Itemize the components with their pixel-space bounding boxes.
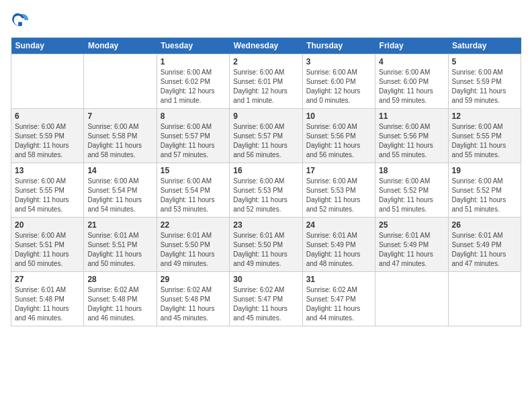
header-cell-thursday: Thursday (302, 38, 375, 54)
day-cell: 3Sunrise: 6:00 AMSunset: 6:00 PMDaylight… (302, 54, 375, 109)
day-info: Sunrise: 6:00 AMSunset: 6:00 PMDaylight:… (306, 68, 371, 105)
day-cell: 24Sunrise: 6:01 AMSunset: 5:49 PMDayligh… (302, 218, 375, 272)
day-number: 23 (233, 220, 298, 230)
day-info: Sunrise: 6:00 AMSunset: 6:00 PMDaylight:… (379, 68, 444, 105)
day-cell: 19Sunrise: 6:00 AMSunset: 5:52 PMDayligh… (448, 163, 521, 218)
day-info: Sunrise: 6:01 AMSunset: 5:51 PMDaylight:… (87, 231, 152, 269)
day-number: 10 (306, 111, 371, 121)
day-cell: 10Sunrise: 6:00 AMSunset: 5:56 PMDayligh… (302, 109, 375, 163)
day-info: Sunrise: 6:00 AMSunset: 5:54 PMDaylight:… (87, 177, 152, 214)
day-cell (375, 272, 448, 326)
day-cell: 22Sunrise: 6:01 AMSunset: 5:50 PMDayligh… (157, 218, 229, 272)
day-number: 12 (452, 111, 517, 121)
day-number: 21 (87, 220, 152, 230)
day-info: Sunrise: 6:00 AMSunset: 5:52 PMDaylight:… (452, 177, 517, 214)
day-number: 3 (306, 57, 371, 66)
day-info: Sunrise: 6:00 AMSunset: 5:59 PMDaylight:… (15, 122, 80, 160)
logo (11, 11, 32, 30)
day-number: 13 (15, 166, 80, 175)
header-cell-wednesday: Wednesday (230, 38, 302, 54)
logo-icon (11, 11, 30, 30)
day-cell: 12Sunrise: 6:00 AMSunset: 5:55 PMDayligh… (448, 109, 521, 163)
day-cell: 11Sunrise: 6:00 AMSunset: 5:56 PMDayligh… (375, 109, 448, 163)
day-number: 7 (87, 111, 152, 121)
day-number: 5 (452, 57, 517, 66)
header-cell-saturday: Saturday (448, 38, 521, 54)
day-cell: 16Sunrise: 6:00 AMSunset: 5:53 PMDayligh… (230, 163, 302, 218)
day-number: 2 (233, 57, 298, 66)
header-cell-tuesday: Tuesday (157, 38, 229, 54)
day-cell: 14Sunrise: 6:00 AMSunset: 5:54 PMDayligh… (84, 163, 157, 218)
day-cell: 17Sunrise: 6:00 AMSunset: 5:53 PMDayligh… (302, 163, 375, 218)
page-header (11, 11, 521, 30)
day-info: Sunrise: 6:00 AMSunset: 5:53 PMDaylight:… (233, 177, 298, 214)
day-cell: 29Sunrise: 6:02 AMSunset: 5:48 PMDayligh… (157, 272, 229, 326)
day-cell: 20Sunrise: 6:00 AMSunset: 5:51 PMDayligh… (11, 218, 84, 272)
day-number: 20 (15, 220, 80, 230)
week-row-1: 1Sunrise: 6:00 AMSunset: 6:02 PMDaylight… (11, 54, 521, 109)
day-info: Sunrise: 6:00 AMSunset: 5:56 PMDaylight:… (379, 122, 444, 160)
day-cell: 31Sunrise: 6:02 AMSunset: 5:47 PMDayligh… (302, 272, 375, 326)
day-info: Sunrise: 6:00 AMSunset: 5:55 PMDaylight:… (15, 177, 80, 214)
day-cell: 8Sunrise: 6:00 AMSunset: 5:57 PMDaylight… (157, 109, 229, 163)
day-info: Sunrise: 6:00 AMSunset: 6:02 PMDaylight:… (161, 68, 226, 105)
day-cell (11, 54, 84, 109)
day-info: Sunrise: 6:01 AMSunset: 5:49 PMDaylight:… (452, 231, 517, 269)
day-number: 8 (161, 111, 226, 121)
day-info: Sunrise: 6:02 AMSunset: 5:47 PMDaylight:… (306, 285, 371, 323)
day-cell (448, 272, 521, 326)
day-info: Sunrise: 6:01 AMSunset: 5:48 PMDaylight:… (15, 285, 80, 323)
day-info: Sunrise: 6:00 AMSunset: 5:51 PMDaylight:… (15, 231, 80, 269)
day-number: 18 (379, 166, 444, 175)
day-info: Sunrise: 6:01 AMSunset: 5:50 PMDaylight:… (161, 231, 226, 269)
calendar-table: SundayMondayTuesdayWednesdayThursdayFrid… (11, 38, 521, 326)
day-number: 25 (379, 220, 444, 230)
day-number: 17 (306, 166, 371, 175)
day-number: 26 (452, 220, 517, 230)
day-info: Sunrise: 6:00 AMSunset: 5:56 PMDaylight:… (306, 122, 371, 160)
day-number: 6 (15, 111, 80, 121)
day-number: 4 (379, 57, 444, 66)
day-cell: 18Sunrise: 6:00 AMSunset: 5:52 PMDayligh… (375, 163, 448, 218)
day-info: Sunrise: 6:01 AMSunset: 5:49 PMDaylight:… (306, 231, 371, 269)
header-cell-sunday: Sunday (11, 38, 84, 54)
day-cell: 2Sunrise: 6:00 AMSunset: 6:01 PMDaylight… (230, 54, 302, 109)
day-cell: 4Sunrise: 6:00 AMSunset: 6:00 PMDaylight… (375, 54, 448, 109)
day-number: 1 (161, 57, 226, 66)
day-number: 19 (452, 166, 517, 175)
day-info: Sunrise: 6:00 AMSunset: 5:52 PMDaylight:… (379, 177, 444, 214)
day-info: Sunrise: 6:00 AMSunset: 5:57 PMDaylight:… (161, 122, 226, 160)
day-number: 27 (15, 275, 80, 284)
day-cell: 28Sunrise: 6:02 AMSunset: 5:48 PMDayligh… (84, 272, 157, 326)
day-number: 22 (161, 220, 226, 230)
day-cell (84, 54, 157, 109)
day-info: Sunrise: 6:02 AMSunset: 5:47 PMDaylight:… (233, 285, 298, 323)
day-cell: 30Sunrise: 6:02 AMSunset: 5:47 PMDayligh… (230, 272, 302, 326)
day-cell: 1Sunrise: 6:00 AMSunset: 6:02 PMDaylight… (157, 54, 229, 109)
day-info: Sunrise: 6:01 AMSunset: 5:49 PMDaylight:… (379, 231, 444, 269)
header-cell-friday: Friday (375, 38, 448, 54)
header-cell-monday: Monday (84, 38, 157, 54)
day-number: 16 (233, 166, 298, 175)
day-info: Sunrise: 6:00 AMSunset: 6:01 PMDaylight:… (233, 68, 298, 105)
week-row-4: 20Sunrise: 6:00 AMSunset: 5:51 PMDayligh… (11, 218, 521, 272)
week-row-5: 27Sunrise: 6:01 AMSunset: 5:48 PMDayligh… (11, 272, 521, 326)
day-cell: 13Sunrise: 6:00 AMSunset: 5:55 PMDayligh… (11, 163, 84, 218)
day-info: Sunrise: 6:00 AMSunset: 5:55 PMDaylight:… (452, 122, 517, 160)
day-number: 15 (161, 166, 226, 175)
day-cell: 5Sunrise: 6:00 AMSunset: 5:59 PMDaylight… (448, 54, 521, 109)
calendar-body: 1Sunrise: 6:00 AMSunset: 6:02 PMDaylight… (11, 54, 521, 326)
day-info: Sunrise: 6:00 AMSunset: 5:54 PMDaylight:… (161, 177, 226, 214)
day-number: 14 (87, 166, 152, 175)
day-number: 30 (233, 275, 298, 284)
day-info: Sunrise: 6:00 AMSunset: 5:59 PMDaylight:… (452, 68, 517, 105)
day-cell: 23Sunrise: 6:01 AMSunset: 5:50 PMDayligh… (230, 218, 302, 272)
day-info: Sunrise: 6:02 AMSunset: 5:48 PMDaylight:… (87, 285, 152, 323)
day-number: 29 (161, 275, 226, 284)
header-row: SundayMondayTuesdayWednesdayThursdayFrid… (11, 38, 521, 54)
day-cell: 9Sunrise: 6:00 AMSunset: 5:57 PMDaylight… (230, 109, 302, 163)
day-number: 24 (306, 220, 371, 230)
day-cell: 15Sunrise: 6:00 AMSunset: 5:54 PMDayligh… (157, 163, 229, 218)
day-cell: 6Sunrise: 6:00 AMSunset: 5:59 PMDaylight… (11, 109, 84, 163)
day-number: 9 (233, 111, 298, 121)
